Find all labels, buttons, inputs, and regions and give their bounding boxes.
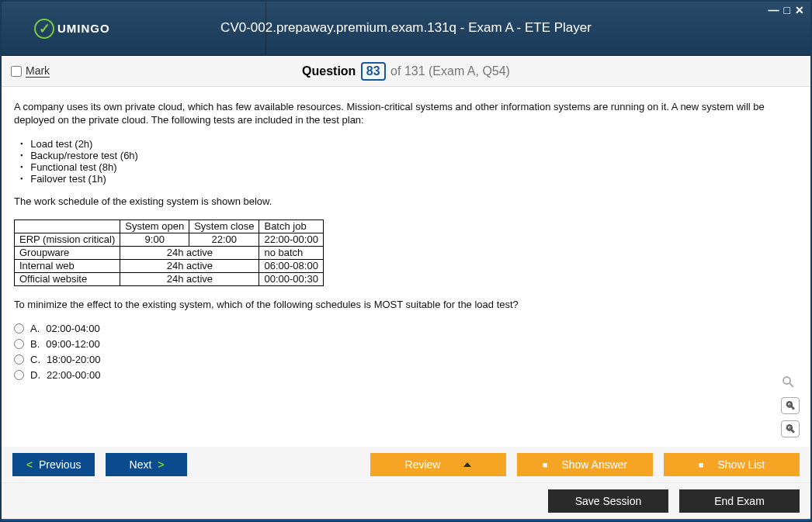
title-bar: ✓ UMINGO CV0-002.prepaway.premium.exam.1… [2, 2, 810, 56]
answer-radio[interactable] [14, 354, 24, 365]
table-header: System open [120, 220, 189, 233]
next-label: Next [130, 458, 152, 471]
question-header: Mark Question 83 of 131 (Exam A, Q54) [2, 56, 810, 87]
question-total: of 131 (Exam A, Q54) [390, 64, 510, 78]
show-answer-label: Show Answer [561, 458, 627, 471]
schedule-label: The work schedule of the existing system… [14, 195, 798, 209]
answer-option[interactable]: A.02:00-04:00 [14, 323, 798, 334]
show-list-button[interactable]: ■ Show List [664, 453, 800, 476]
table-row: Internal web24h active06:00-08:00 [15, 259, 324, 272]
answer-radio[interactable] [14, 370, 24, 380]
table-header [15, 220, 120, 233]
previous-label: Previous [39, 458, 81, 471]
question-number: 83 [361, 62, 386, 81]
close-icon[interactable]: ✕ [795, 4, 804, 16]
table-row: Official website24h active00:00-00:30 [15, 272, 324, 285]
next-button[interactable]: Next > [106, 453, 187, 476]
toolbar-secondary: Save Session End Exam [2, 482, 810, 520]
previous-button[interactable]: < Previous [12, 453, 95, 476]
answer-letter: A. [30, 323, 40, 334]
save-session-button[interactable]: Save Session [548, 489, 668, 513]
answer-option[interactable]: D.22:00-00:00 [14, 369, 798, 381]
schedule-table: System openSystem closeBatch jobERP (mis… [14, 220, 324, 286]
square-icon: ■ [699, 460, 704, 469]
review-label: Review [405, 458, 441, 471]
answer-letter: B. [30, 338, 40, 350]
test-list-item: Load test (2h) [20, 138, 798, 150]
chevron-right-icon: > [158, 458, 164, 471]
zoom-tools: 🔍︎ 🔍︎ [781, 375, 800, 437]
answer-letter: C. [30, 354, 40, 365]
square-icon: ■ [543, 460, 548, 469]
question-counter: Question 83 of 131 (Exam A, Q54) [2, 62, 810, 81]
toolbar-primary: < Previous Next > Review ■ Show Answer ■… [2, 447, 810, 482]
table-row: ERP (mission critical)9:0022:0022:00-00:… [15, 233, 324, 246]
show-list-label: Show List [717, 458, 765, 471]
zoom-out-icon[interactable]: 🔍︎ [781, 420, 800, 437]
zoom-in-icon[interactable]: 🔍︎ [781, 397, 800, 414]
test-list-item: Functional test (8h) [20, 161, 798, 173]
review-button[interactable]: Review [370, 453, 506, 476]
answer-text: 09:00-12:00 [46, 338, 99, 350]
maximize-icon[interactable]: □ [784, 4, 790, 16]
answer-option[interactable]: B.09:00-12:00 [14, 338, 798, 350]
question-prompt: To minimize the effect to the existing s… [14, 299, 798, 312]
table-header: System close [189, 220, 259, 233]
answer-radio[interactable] [14, 339, 24, 349]
test-list: Load test (2h)Backup/restore test (6h)Fu… [20, 138, 798, 185]
question-content: A company uses its own private cloud, wh… [2, 87, 810, 447]
svg-line-1 [789, 383, 793, 387]
show-answer-button[interactable]: ■ Show Answer [517, 453, 653, 476]
answer-radio[interactable] [14, 323, 24, 334]
answer-text: 18:00-20:00 [47, 354, 100, 365]
test-list-item: Failover test (1h) [20, 173, 798, 185]
minimize-icon[interactable]: — [769, 4, 779, 16]
table-header: Batch job [259, 220, 323, 233]
answer-text: 02:00-04:00 [46, 323, 99, 334]
answer-options: A.02:00-04:00B.09:00-12:00C.18:00-20:00D… [14, 323, 798, 381]
window-controls: — □ ✕ [769, 4, 804, 16]
question-word: Question [302, 64, 356, 78]
test-list-item: Backup/restore test (6h) [20, 150, 798, 161]
question-intro: A company uses its own private cloud, wh… [14, 101, 798, 127]
search-icon[interactable] [781, 375, 800, 391]
end-exam-button[interactable]: End Exam [679, 489, 800, 513]
answer-option[interactable]: C.18:00-20:00 [14, 354, 798, 365]
triangle-up-icon [463, 462, 471, 467]
window-title: CV0-002.prepaway.premium.exam.131q - Exa… [2, 20, 810, 36]
svg-point-0 [783, 377, 790, 384]
answer-letter: D. [30, 369, 40, 381]
answer-text: 22:00-00:00 [47, 369, 100, 381]
chevron-left-icon: < [26, 458, 33, 471]
table-row: Groupware24h activeno batch [15, 246, 324, 259]
